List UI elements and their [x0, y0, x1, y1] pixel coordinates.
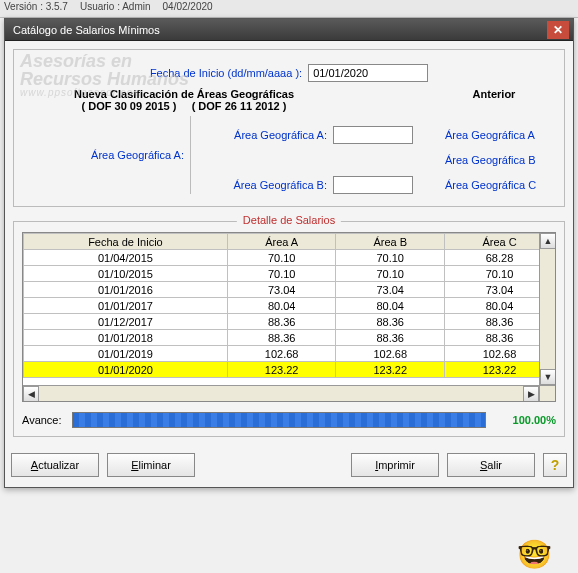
table-cell[interactable]: 68.28	[445, 250, 555, 266]
table-cell[interactable]: 70.10	[445, 266, 555, 282]
table-cell[interactable]: 88.36	[336, 314, 445, 330]
table-cell[interactable]: 80.04	[336, 298, 445, 314]
titlebar: Catálogo de Salarios Mínimos ✕	[5, 19, 573, 41]
background-statusbar: Versión : 3.5.7 Usuario : Admin 04/02/20…	[0, 0, 578, 18]
table-cell[interactable]: 102.68	[445, 346, 555, 362]
detalle-group: Detalle de Salarios Fecha de Inicio Área…	[13, 221, 565, 437]
close-button[interactable]: ✕	[547, 21, 569, 39]
area-b-input[interactable]	[333, 176, 413, 194]
area-c-link[interactable]: Área Geográfica C	[445, 179, 536, 191]
scroll-right-icon[interactable]: ▶	[523, 386, 539, 402]
area-a-mid-label: Área Geográfica A:	[197, 129, 327, 141]
table-cell[interactable]: 88.36	[445, 330, 555, 346]
table-row[interactable]: 01/01/2019102.68102.68102.68	[24, 346, 555, 362]
version-label: Versión : 3.5.7	[4, 1, 68, 16]
scroll-up-icon[interactable]: ▲	[540, 233, 556, 249]
top-panel: Asesorías en Recursos Humanos www.ppsoft…	[13, 49, 565, 207]
table-cell[interactable]: 01/04/2015	[24, 250, 228, 266]
table-cell[interactable]: 88.36	[336, 330, 445, 346]
actualizar-button[interactable]: Actualizar	[11, 453, 99, 477]
salary-grid[interactable]: Fecha de Inicio Área A Área B Área C 01/…	[22, 232, 556, 402]
help-button[interactable]: ?	[543, 453, 567, 477]
window-title: Catálogo de Salarios Mínimos	[9, 24, 547, 36]
table-cell[interactable]: 70.10	[336, 250, 445, 266]
table-cell[interactable]: 102.68	[336, 346, 445, 362]
table-row[interactable]: 01/01/2020123.22123.22123.22	[24, 362, 555, 378]
imprimir-button[interactable]: Imprimir	[351, 453, 439, 477]
table-cell[interactable]: 80.04	[227, 298, 336, 314]
table-cell[interactable]: 73.04	[336, 282, 445, 298]
col-area-b[interactable]: Área B	[336, 234, 445, 250]
scrollbar-horizontal[interactable]: ◀ ▶	[23, 385, 539, 401]
date-label: 04/02/2020	[163, 1, 213, 16]
avance-label: Avance:	[22, 414, 62, 426]
fecha-inicio-input[interactable]	[308, 64, 428, 82]
close-icon: ✕	[553, 23, 563, 37]
eliminar-button[interactable]: Eliminar	[107, 453, 195, 477]
table-cell[interactable]: 01/01/2020	[24, 362, 228, 378]
table-cell[interactable]: 88.36	[445, 314, 555, 330]
dof1-label: ( DOF 30 09 2015 )	[82, 100, 177, 112]
scroll-left-icon[interactable]: ◀	[23, 386, 39, 402]
dialog-window: Catálogo de Salarios Mínimos ✕ Asesorías…	[4, 18, 574, 488]
table-cell[interactable]: 102.68	[227, 346, 336, 362]
col-area-a[interactable]: Área A	[227, 234, 336, 250]
user-label: Usuario : Admin	[80, 1, 151, 16]
grid-header: Fecha de Inicio Área A Área B Área C	[24, 234, 555, 250]
scrollbar-vertical[interactable]: ▲ ▼	[539, 233, 555, 385]
table-cell[interactable]: 01/01/2017	[24, 298, 228, 314]
table-cell[interactable]: 88.36	[227, 330, 336, 346]
table-cell[interactable]: 01/01/2019	[24, 346, 228, 362]
area-b-link[interactable]: Área Geográfica B	[445, 154, 536, 166]
area-a-input[interactable]	[333, 126, 413, 144]
area-a-link[interactable]: Área Geográfica A	[445, 129, 535, 141]
table-cell[interactable]: 123.22	[336, 362, 445, 378]
col-fecha[interactable]: Fecha de Inicio	[24, 234, 228, 250]
table-cell[interactable]: 01/10/2015	[24, 266, 228, 282]
cursor-decoration: 🤓	[517, 538, 552, 571]
progress-percent: 100.00%	[496, 414, 556, 426]
progress-bar	[72, 412, 486, 428]
table-cell[interactable]: 123.22	[227, 362, 336, 378]
table-cell[interactable]: 73.04	[227, 282, 336, 298]
table-cell[interactable]: 73.04	[445, 282, 555, 298]
salir-button[interactable]: Salir	[447, 453, 535, 477]
detalle-title: Detalle de Salarios	[237, 214, 341, 226]
table-cell[interactable]: 88.36	[227, 314, 336, 330]
scroll-corner	[539, 385, 555, 401]
anterior-label: Anterior	[434, 88, 554, 100]
col-area-c[interactable]: Área C	[445, 234, 555, 250]
progress-fill	[73, 413, 485, 427]
table-cell[interactable]: 01/01/2018	[24, 330, 228, 346]
area-a-left-label: Área Geográfica A:	[91, 149, 184, 161]
table-row[interactable]: 01/10/201570.1070.1070.10	[24, 266, 555, 282]
table-cell[interactable]: 70.10	[227, 250, 336, 266]
table-row[interactable]: 01/04/201570.1070.1068.28	[24, 250, 555, 266]
table-cell[interactable]: 123.22	[445, 362, 555, 378]
table-row[interactable]: 01/12/201788.3688.3688.36	[24, 314, 555, 330]
area-b-mid-label: Área Geográfica B:	[197, 179, 327, 191]
dof2-label: ( DOF 26 11 2012 )	[192, 100, 287, 112]
scroll-down-icon[interactable]: ▼	[540, 369, 556, 385]
button-bar: Actualizar Eliminar Imprimir Salir ?	[5, 445, 573, 487]
table-cell[interactable]: 01/01/2016	[24, 282, 228, 298]
table-row[interactable]: 01/01/201888.3688.3688.36	[24, 330, 555, 346]
table-cell[interactable]: 70.10	[336, 266, 445, 282]
table-row[interactable]: 01/01/201780.0480.0480.04	[24, 298, 555, 314]
table-cell[interactable]: 80.04	[445, 298, 555, 314]
table-cell[interactable]: 70.10	[227, 266, 336, 282]
nueva-clasif-label: Nueva Clasificación de Áreas Geográficas	[24, 88, 344, 100]
table-cell[interactable]: 01/12/2017	[24, 314, 228, 330]
help-icon: ?	[551, 457, 560, 473]
table-row[interactable]: 01/01/201673.0473.0473.04	[24, 282, 555, 298]
fecha-inicio-label: Fecha de Inicio (dd/mm/aaaa ):	[150, 67, 302, 79]
